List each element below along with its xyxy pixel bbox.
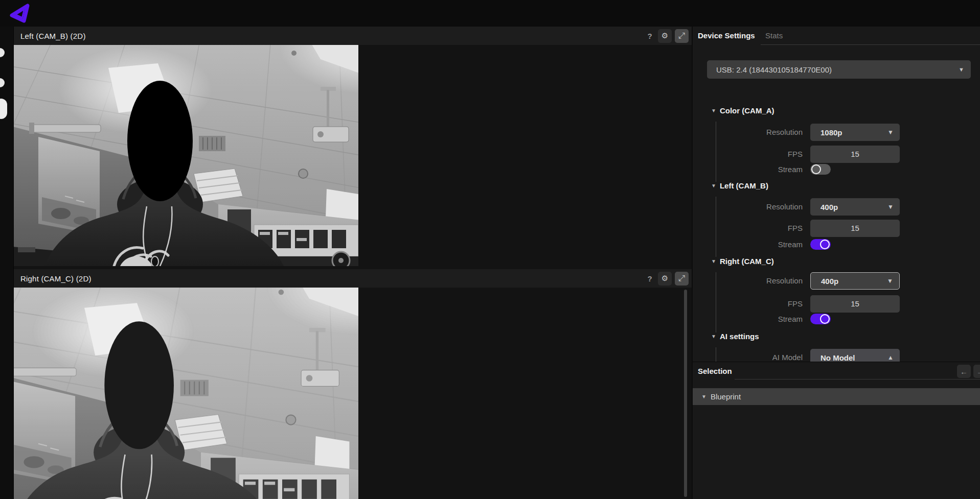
resolution-dropdown[interactable]: 400p ▼ [810,198,900,216]
camera-view-right[interactable] [14,288,358,499]
camera-panel-header-right[interactable]: Right (CAM_C) (2D) ? ⚙ ⤢ [14,269,692,288]
section-header-color-cam-a[interactable]: ▼ Color (CAM_A) [711,105,774,115]
collapse-triangle-icon: ▼ [711,108,716,113]
selection-underline [735,379,980,379]
fps-label: FPS [693,146,803,163]
collapse-triangle-icon: ▼ [711,334,716,339]
resolution-value: 400p [821,198,838,216]
left-side-strip [0,27,14,499]
top-bar [0,0,980,27]
app-window: Left (CAM_B) (2D) ? ⚙ ⤢ [0,0,980,499]
gear-icon[interactable]: ⚙ [658,272,672,286]
device-selector-value: USB: 2.4 (184430105184770E00) [716,60,832,79]
expand-icon[interactable]: ⤢ [675,29,689,43]
fps-label: FPS [693,295,803,313]
device-settings-panel: Device Settings Stats USB: 2.4 (18443010… [693,27,980,499]
history-back-button[interactable]: ← [957,365,971,378]
fps-input[interactable]: 15 [810,146,900,163]
resolution-value: 400p [821,273,838,289]
stream-label: Stream [693,239,803,250]
device-selector-dropdown[interactable]: USB: 2.4 (184430105184770E00) ▼ [707,60,971,79]
help-icon[interactable]: ? [645,32,655,40]
panel-title: Right (CAM_C) (2D) [14,274,92,283]
gear-icon[interactable]: ⚙ [658,29,672,43]
camera-view-left[interactable] [14,45,358,266]
stream-label: Stream [693,314,803,324]
panel-handle-dot[interactable] [0,78,5,87]
section-title: Color (CAM_A) [720,106,774,115]
panel-handle-pill[interactable] [0,99,7,119]
help-icon[interactable]: ? [645,274,655,283]
section-header-right-cam-c[interactable]: ▼ Right (CAM_C) [711,256,774,266]
collapse-triangle-icon: ▼ [701,394,706,399]
chevron-down-icon: ▼ [887,273,893,289]
tab-underline [761,44,980,45]
selection-title: Selection [698,362,732,380]
fps-input[interactable]: 15 [810,220,900,237]
section-title: Right (CAM_C) [720,257,774,266]
section-title: AI settings [720,332,759,341]
camera-panel-header-left[interactable]: Left (CAM_B) (2D) ? ⚙ ⤢ [14,27,692,45]
toggle-knob [820,240,830,249]
resolution-dropdown-focused[interactable]: 400p ▼ [810,272,900,290]
toggle-knob [820,314,830,324]
history-forward-button[interactable]: → [973,365,980,378]
panel-toolbar: ? ⚙ ⤢ [645,269,689,288]
blueprint-title: Blueprint [711,392,741,401]
resolution-dropdown[interactable]: 1080p ▼ [810,124,900,141]
resolution-label: Resolution [693,198,803,216]
collapse-triangle-icon: ▼ [711,183,716,188]
section-header-left-cam-b[interactable]: ▼ Left (CAM_B) [711,180,768,191]
camera-image-left-cam-b [14,45,358,266]
stream-toggle[interactable] [810,164,831,175]
panel-toolbar: ? ⚙ ⤢ [645,27,689,45]
fps-label: FPS [693,220,803,237]
panel-handle-dot[interactable] [0,48,5,57]
expand-icon[interactable]: ⤢ [675,272,689,286]
vertical-scrollbar[interactable] [684,290,687,497]
chevron-down-icon: ▼ [887,124,894,141]
tab-stats[interactable]: Stats [765,27,783,44]
camera-image-right-cam-c [14,288,358,499]
chevron-down-icon: ▼ [887,198,894,216]
panel-title: Left (CAM_B) (2D) [14,32,86,40]
resolution-label: Resolution [693,272,803,290]
blueprint-section-header[interactable]: ▼ Blueprint [693,388,980,405]
toggle-knob [811,164,821,174]
chevron-down-icon: ▼ [959,60,964,79]
stream-label: Stream [693,164,803,175]
collapse-triangle-icon: ▼ [711,258,716,264]
resolution-value: 1080p [821,124,842,141]
section-title: Left (CAM_B) [720,181,768,190]
depthai-logo-icon [8,3,32,25]
fps-input[interactable]: 15 [810,295,900,313]
section-header-ai-settings[interactable]: ▼ AI settings [711,331,759,341]
stream-toggle[interactable] [810,239,831,250]
selection-panel-header: Selection ← → [693,362,980,380]
tab-device-settings[interactable]: Device Settings [698,27,755,44]
resolution-label: Resolution [693,124,803,141]
stream-toggle[interactable] [810,314,831,324]
